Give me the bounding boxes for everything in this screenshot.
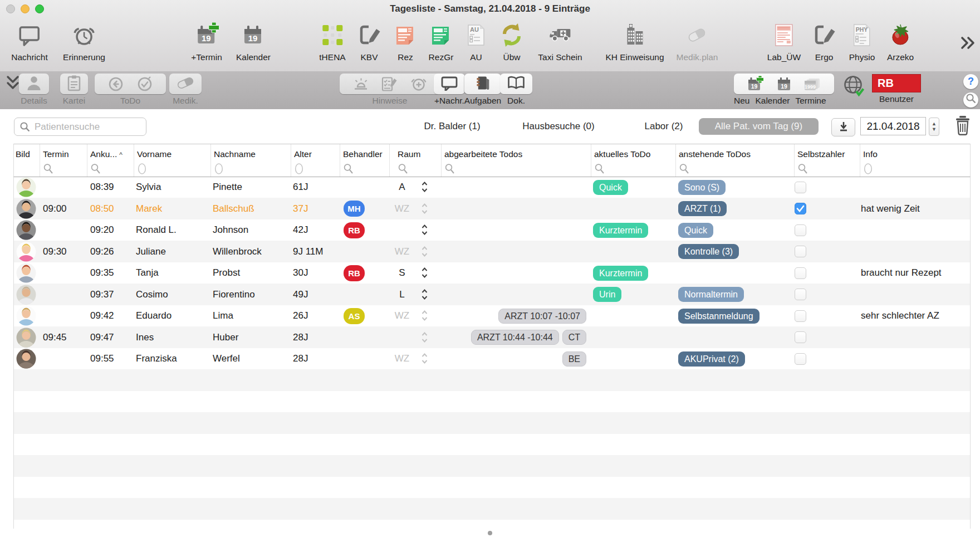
date-stepper[interactable]: ▲▼ [929,118,939,136]
column-header-anku[interactable]: Anku...^ [87,144,134,177]
raum-stepper[interactable] [421,223,428,237]
online-status-icon[interactable] [841,74,867,100]
toolbar-item-taxi-schein[interactable]: Taxi Schein [538,18,582,62]
date-field[interactable]: 21.04.2018 [860,117,926,135]
raum-stepper[interactable] [421,288,428,301]
aufgaben-item[interactable]: Aufgaben [464,74,501,106]
raum-stepper[interactable] [421,245,428,258]
dok-button[interactable] [500,74,532,94]
raum-stepper[interactable] [421,352,428,365]
raum-stepper[interactable] [421,266,428,280]
kartei-item[interactable]: Kartei [60,74,88,106]
raum-stepper[interactable] [421,309,428,323]
collapse-toolbar-icon[interactable] [6,75,20,95]
column-oval-filter-icon[interactable] [137,163,148,177]
toolbar-overflow-button[interactable] [958,36,977,52]
current-todo-pill[interactable]: Quick [593,180,628,195]
column-header-info[interactable]: Info [860,144,970,177]
selbstzahler-checkbox[interactable] [795,203,806,214]
column-header-vorname[interactable]: Vorname [134,144,211,177]
table-row[interactable]: 09:35TanjaProbst30JRBSKurzterminbraucht … [14,262,970,284]
selbstzahler-checkbox[interactable] [795,182,806,193]
hinweise-item[interactable]: Hinweise [340,74,440,106]
column-oval-filter-icon[interactable] [863,163,874,177]
toolbar-item-kbv[interactable]: KBV [356,18,382,62]
column-search-icon[interactable] [343,163,354,177]
pending-todo-pill[interactable]: Sono (S) [678,180,726,195]
medik-item[interactable]: Medik. [169,74,202,106]
filter-dr-balder[interactable]: Dr. Balder (1) [424,109,480,144]
toolbar-item-kalender[interactable]: 19Kalender [236,18,271,62]
pending-todo-pill[interactable]: Selbstanmeldung [678,309,759,324]
siren-icon[interactable] [346,74,375,94]
pending-todo-pill[interactable]: ARZT (1) [678,201,727,216]
new-appointment-icon[interactable]: 19 [741,74,770,94]
column-header-selbstzahler[interactable]: Selbstzahler [795,144,860,177]
todo-button[interactable] [95,74,166,94]
column-header-anstehende-todos[interactable]: anstehende ToDos [676,144,795,177]
nachr-item[interactable]: +Nachr. [434,74,465,106]
column-oval-filter-icon[interactable] [294,163,305,177]
selbstzahler-checkbox[interactable] [795,353,806,365]
column-header-behandler[interactable]: Behandler [340,144,390,177]
column-header-raum[interactable]: Raum [390,144,442,177]
column-search-icon[interactable] [444,163,455,177]
column-search-icon[interactable] [679,163,690,177]
pending-todo-pill[interactable]: AKUPrivat (2) [678,351,745,367]
raum-stepper[interactable] [421,331,428,344]
column-header-abgearbeitete-todos[interactable]: abgearbeitete Todos [442,144,591,177]
filter-hausbesuche[interactable]: Hausbesuche (0) [522,109,594,144]
selbstzahler-checkbox[interactable] [795,331,806,343]
scope-dropdown[interactable]: Alle Pat. vom Tag (9) [699,118,819,135]
filter-labor[interactable]: Labor (2) [645,109,683,144]
toolbar-item-ergo[interactable]: Ergo [811,18,837,62]
table-row[interactable]: 09:20Ronald L.Johnson42JRBKurzterminQuic… [14,219,970,241]
column-oval-filter-icon[interactable] [214,163,225,177]
raum-stepper[interactable] [421,180,428,194]
help-button[interactable]: ? [963,74,978,89]
toolbar-item-au[interactable]: AUAU [463,18,489,62]
table-row[interactable]: 09:37CosimoFiorentino49JLUrinNormaltermi… [14,284,970,306]
column-header-termin[interactable]: Termin [40,144,87,177]
table-row[interactable]: 09:3009:26JulianeWillenbrock9J 11MWZKont… [14,241,970,263]
calendar-icon[interactable]: 19 [770,74,798,94]
dok-item[interactable]: Dok. [500,74,532,106]
toolbar-item-thena[interactable]: tHENA [319,18,345,62]
undo-circle-icon[interactable] [101,74,130,94]
selbstzahler-checkbox[interactable] [795,310,806,322]
column-search-icon[interactable] [90,163,101,177]
table-row[interactable]: 09:4509:47InesHuber28JARZT 10:44 -10:44C… [14,327,970,349]
toolbar-item-rez[interactable]: Rez [393,18,418,62]
toolbar-item-physio[interactable]: PHYPhysio [849,18,875,62]
alarm-plus-icon[interactable] [404,74,433,94]
table-row[interactable]: 09:55FranziskaWerfel28JWZBEAKUPrivat (2) [14,348,970,370]
toolbar-item-termin[interactable]: 19+Termin [191,18,222,62]
calendar-group[interactable]: 19 19 1999 Neu Kalender Termine [734,74,834,106]
details-button[interactable] [19,74,49,94]
table-row[interactable]: 08:39SylviaPinette61JAQuickSono (S) [14,177,970,198]
selbstzahler-checkbox[interactable] [795,224,806,236]
patient-search-input[interactable]: Patientensuche [14,118,146,136]
column-search-icon[interactable] [594,163,605,177]
toolbar-item-lab-w[interactable]: Lab_ÜW [767,18,801,62]
checklist-icon[interactable] [375,74,404,94]
selbstzahler-checkbox[interactable] [795,267,806,279]
details-item[interactable]: Details [19,74,49,106]
selbstzahler-checkbox[interactable] [795,246,806,257]
nachr-button[interactable] [434,74,465,94]
todo-item[interactable]: ToDo [95,74,166,106]
toolbar-item-arzeko[interactable]: Arzeko [887,18,914,62]
toolbar-item-kh-einweisung[interactable]: KH Einweisung [605,18,664,62]
sort-filter-button[interactable] [831,118,855,136]
column-header-bild[interactable]: Bild [14,144,40,177]
column-search-icon[interactable] [797,163,808,177]
toolbar-item-nachricht[interactable]: Nachricht [11,18,47,62]
current-todo-pill[interactable]: Urin [593,287,621,302]
table-row[interactable]: 09:42EduardoLima26JASWZARZT 10:07 -10:07… [14,305,970,327]
drag-handle-dot[interactable] [488,531,492,535]
done-todo-pill[interactable]: CT [562,330,586,345]
column-header-aktuelles-todo[interactable]: aktuelles ToDo [591,144,676,177]
toolbar-item-medik-plan[interactable]: Medik.plan [677,18,718,62]
pending-todo-pill[interactable]: Normaltermin [678,287,744,302]
aufgaben-button[interactable] [464,74,501,94]
